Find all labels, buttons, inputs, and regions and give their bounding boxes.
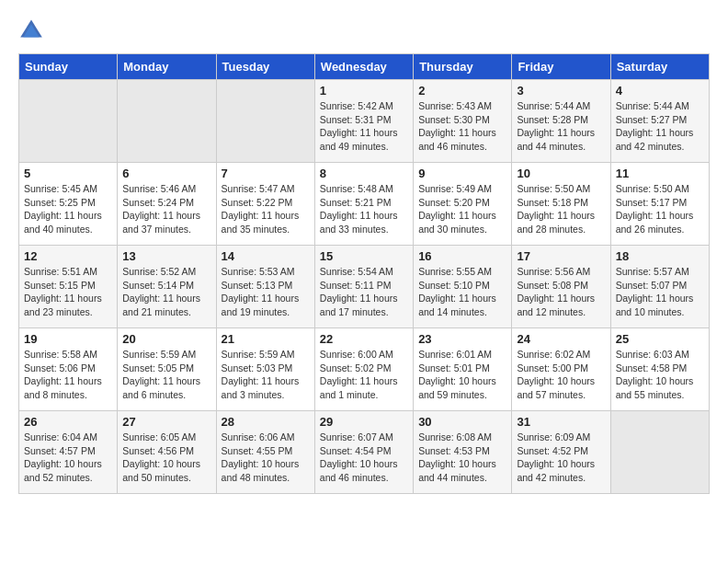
day-number: 17 [517, 249, 605, 263]
day-info: Sunrise: 6:00 AM Sunset: 5:02 PM Dayligh… [320, 348, 408, 402]
calendar-cell: 26Sunrise: 6:04 AM Sunset: 4:57 PM Dayli… [19, 411, 118, 494]
calendar-week-row: 1Sunrise: 5:42 AM Sunset: 5:31 PM Daylig… [19, 80, 710, 163]
logo [18, 18, 48, 39]
weekday-header: Sunday [19, 54, 118, 80]
calendar-cell: 7Sunrise: 5:47 AM Sunset: 5:22 PM Daylig… [216, 163, 314, 246]
calendar-cell: 10Sunrise: 5:50 AM Sunset: 5:18 PM Dayli… [512, 163, 610, 246]
calendar-cell: 28Sunrise: 6:06 AM Sunset: 4:55 PM Dayli… [216, 411, 314, 494]
weekday-header: Friday [512, 54, 610, 80]
calendar-cell: 14Sunrise: 5:53 AM Sunset: 5:13 PM Dayli… [216, 246, 314, 328]
page-header [18, 18, 710, 39]
calendar-cell: 24Sunrise: 6:02 AM Sunset: 5:00 PM Dayli… [512, 328, 610, 411]
weekday-header-row: SundayMondayTuesdayWednesdayThursdayFrid… [19, 54, 710, 80]
day-number: 5 [24, 167, 112, 180]
day-info: Sunrise: 5:50 AM Sunset: 5:18 PM Dayligh… [517, 182, 605, 236]
day-number: 25 [616, 332, 704, 346]
day-info: Sunrise: 6:03 AM Sunset: 4:58 PM Dayligh… [616, 348, 704, 402]
weekday-header: Tuesday [216, 54, 314, 80]
calendar-cell: 22Sunrise: 6:00 AM Sunset: 5:02 PM Dayli… [314, 328, 413, 411]
calendar-cell [118, 80, 216, 163]
calendar-table: SundayMondayTuesdayWednesdayThursdayFrid… [18, 53, 710, 494]
calendar-cell: 3Sunrise: 5:44 AM Sunset: 5:28 PM Daylig… [512, 80, 610, 163]
calendar-cell: 16Sunrise: 5:55 AM Sunset: 5:10 PM Dayli… [414, 246, 512, 328]
day-info: Sunrise: 5:48 AM Sunset: 5:21 PM Dayligh… [320, 182, 408, 236]
day-info: Sunrise: 6:06 AM Sunset: 4:55 PM Dayligh… [222, 431, 310, 485]
day-number: 18 [616, 249, 704, 263]
calendar-cell: 11Sunrise: 5:50 AM Sunset: 5:17 PM Dayli… [610, 163, 709, 246]
day-info: Sunrise: 6:01 AM Sunset: 5:01 PM Dayligh… [418, 348, 506, 402]
day-info: Sunrise: 5:50 AM Sunset: 5:17 PM Dayligh… [616, 182, 704, 236]
calendar-cell: 9Sunrise: 5:49 AM Sunset: 5:20 PM Daylig… [414, 163, 512, 246]
day-number: 10 [517, 167, 605, 180]
day-number: 31 [517, 415, 605, 429]
calendar-week-row: 19Sunrise: 5:58 AM Sunset: 5:06 PM Dayli… [19, 328, 710, 411]
day-number: 20 [122, 332, 210, 346]
day-info: Sunrise: 6:07 AM Sunset: 4:54 PM Dayligh… [320, 431, 408, 485]
day-info: Sunrise: 5:45 AM Sunset: 5:25 PM Dayligh… [24, 182, 112, 236]
calendar-cell: 8Sunrise: 5:48 AM Sunset: 5:21 PM Daylig… [314, 163, 413, 246]
calendar-cell: 25Sunrise: 6:03 AM Sunset: 4:58 PM Dayli… [610, 328, 709, 411]
day-number: 11 [616, 167, 704, 180]
calendar-cell: 17Sunrise: 5:56 AM Sunset: 5:08 PM Dayli… [512, 246, 610, 328]
day-number: 6 [122, 167, 210, 180]
day-info: Sunrise: 5:53 AM Sunset: 5:13 PM Dayligh… [222, 265, 310, 319]
calendar-cell [610, 411, 709, 494]
day-number: 24 [517, 332, 605, 346]
calendar-cell: 31Sunrise: 6:09 AM Sunset: 4:52 PM Dayli… [512, 411, 610, 494]
calendar-cell: 5Sunrise: 5:45 AM Sunset: 5:25 PM Daylig… [19, 163, 118, 246]
day-number: 15 [320, 249, 408, 263]
calendar-cell: 20Sunrise: 5:59 AM Sunset: 5:05 PM Dayli… [118, 328, 216, 411]
day-info: Sunrise: 5:51 AM Sunset: 5:15 PM Dayligh… [24, 265, 112, 319]
day-number: 8 [320, 167, 408, 180]
day-number: 22 [320, 332, 408, 346]
calendar-cell: 13Sunrise: 5:52 AM Sunset: 5:14 PM Dayli… [118, 246, 216, 328]
weekday-header: Saturday [610, 54, 709, 80]
calendar-cell: 18Sunrise: 5:57 AM Sunset: 5:07 PM Dayli… [610, 246, 709, 328]
day-info: Sunrise: 5:59 AM Sunset: 5:03 PM Dayligh… [222, 348, 310, 402]
weekday-header: Thursday [414, 54, 512, 80]
day-number: 23 [418, 332, 506, 346]
day-number: 26 [24, 415, 112, 429]
day-info: Sunrise: 5:52 AM Sunset: 5:14 PM Dayligh… [122, 265, 210, 319]
day-info: Sunrise: 5:44 AM Sunset: 5:28 PM Dayligh… [517, 99, 605, 154]
day-info: Sunrise: 5:49 AM Sunset: 5:20 PM Dayligh… [418, 182, 506, 236]
day-number: 12 [24, 249, 112, 263]
day-info: Sunrise: 5:59 AM Sunset: 5:05 PM Dayligh… [122, 348, 210, 402]
day-info: Sunrise: 5:54 AM Sunset: 5:11 PM Dayligh… [320, 265, 408, 319]
day-info: Sunrise: 6:04 AM Sunset: 4:57 PM Dayligh… [24, 431, 112, 485]
calendar-week-row: 12Sunrise: 5:51 AM Sunset: 5:15 PM Dayli… [19, 246, 710, 328]
day-number: 27 [122, 415, 210, 429]
day-info: Sunrise: 5:47 AM Sunset: 5:22 PM Dayligh… [222, 182, 310, 236]
day-number: 14 [222, 249, 310, 263]
calendar-cell: 19Sunrise: 5:58 AM Sunset: 5:06 PM Dayli… [19, 328, 118, 411]
day-info: Sunrise: 6:09 AM Sunset: 4:52 PM Dayligh… [517, 431, 605, 485]
calendar-cell: 12Sunrise: 5:51 AM Sunset: 5:15 PM Dayli… [19, 246, 118, 328]
day-number: 28 [222, 415, 310, 429]
day-number: 9 [418, 167, 506, 180]
day-info: Sunrise: 5:46 AM Sunset: 5:24 PM Dayligh… [122, 182, 210, 236]
weekday-header: Wednesday [314, 54, 413, 80]
calendar-cell: 1Sunrise: 5:42 AM Sunset: 5:31 PM Daylig… [314, 80, 413, 163]
calendar-cell: 29Sunrise: 6:07 AM Sunset: 4:54 PM Dayli… [314, 411, 413, 494]
calendar-cell: 27Sunrise: 6:05 AM Sunset: 4:56 PM Dayli… [118, 411, 216, 494]
day-info: Sunrise: 6:05 AM Sunset: 4:56 PM Dayligh… [122, 431, 210, 485]
day-number: 1 [320, 84, 408, 98]
calendar-cell [19, 80, 118, 163]
day-info: Sunrise: 5:43 AM Sunset: 5:30 PM Dayligh… [418, 99, 506, 154]
calendar-cell: 30Sunrise: 6:08 AM Sunset: 4:53 PM Dayli… [414, 411, 512, 494]
day-number: 29 [320, 415, 408, 429]
calendar-cell: 21Sunrise: 5:59 AM Sunset: 5:03 PM Dayli… [216, 328, 314, 411]
day-number: 16 [418, 249, 506, 263]
day-info: Sunrise: 5:57 AM Sunset: 5:07 PM Dayligh… [616, 265, 704, 319]
day-info: Sunrise: 5:58 AM Sunset: 5:06 PM Dayligh… [24, 348, 112, 402]
day-info: Sunrise: 6:02 AM Sunset: 5:00 PM Dayligh… [517, 348, 605, 402]
calendar-cell: 6Sunrise: 5:46 AM Sunset: 5:24 PM Daylig… [118, 163, 216, 246]
day-number: 21 [222, 332, 310, 346]
day-number: 19 [24, 332, 112, 346]
day-info: Sunrise: 5:55 AM Sunset: 5:10 PM Dayligh… [418, 265, 506, 319]
weekday-header: Monday [118, 54, 216, 80]
day-number: 7 [222, 167, 310, 180]
day-number: 2 [418, 84, 506, 98]
calendar-cell [216, 80, 314, 163]
calendar-week-row: 26Sunrise: 6:04 AM Sunset: 4:57 PM Dayli… [19, 411, 710, 494]
